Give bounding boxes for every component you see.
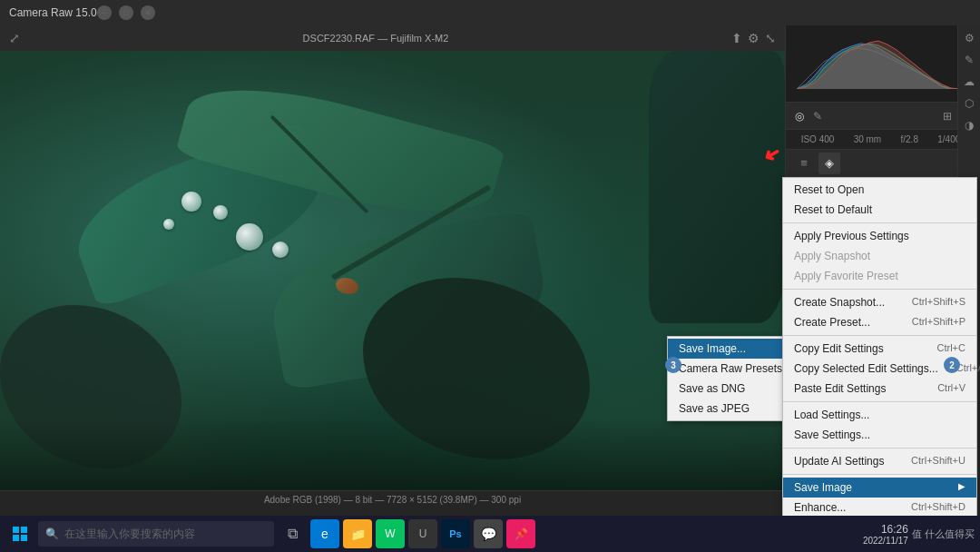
app5-icon[interactable]: U bbox=[408, 519, 437, 548]
taskbar-search[interactable]: 🔍 在这里输入你要搜索的内容 bbox=[38, 521, 274, 547]
cm-save-image-label: Save Image bbox=[794, 481, 852, 494]
cm-sep-4 bbox=[783, 401, 976, 402]
cm-create-snapshot[interactable]: Create Snapshot... Ctrl+Shift+S bbox=[783, 292, 976, 312]
search-icon: 🔍 bbox=[45, 527, 59, 540]
svg-rect-3 bbox=[21, 535, 27, 541]
cm-copy-edit-shortcut: Ctrl+C bbox=[937, 342, 965, 355]
search-placeholder: 在这里输入你要搜索的内容 bbox=[64, 527, 195, 542]
cm-create-preset-label: Create Preset... bbox=[794, 316, 870, 329]
cm-create-snapshot-label: Create Snapshot... bbox=[794, 296, 885, 309]
svg-rect-2 bbox=[13, 535, 19, 541]
cm-paste-edit-label: Paste Edit Settings bbox=[794, 382, 886, 395]
taskbar-right: 16:26 2022/11/17 值 什么值得买 bbox=[863, 523, 975, 546]
annotation-arrow: ➜ bbox=[760, 141, 786, 170]
cm-copy-edit-label: Copy Edit Settings bbox=[794, 342, 884, 355]
cm-enhance[interactable]: Enhance... Ctrl+Shift+D bbox=[783, 498, 976, 518]
cm-reset-open[interactable]: Reset to Open bbox=[783, 180, 976, 200]
task-view-button[interactable]: ⧉ bbox=[278, 519, 307, 548]
cm-paste-edit[interactable]: Paste Edit Settings Ctrl+V bbox=[783, 379, 976, 399]
annotation-num-2: 2 bbox=[944, 357, 960, 373]
app7-icon[interactable]: 💬 bbox=[474, 519, 503, 548]
app8-icon[interactable]: 📌 bbox=[506, 519, 535, 548]
cm-create-preset-shortcut: Ctrl+Shift+P bbox=[912, 316, 965, 329]
explorer-icon[interactable]: 📁 bbox=[343, 519, 372, 548]
cm-load-settings[interactable]: Load Settings... bbox=[783, 405, 976, 425]
cm-paste-edit-shortcut: Ctrl+V bbox=[937, 382, 965, 395]
cm-create-snapshot-shortcut: Ctrl+Shift+S bbox=[912, 296, 965, 309]
cm-sep-5 bbox=[783, 448, 976, 448]
cm-update-ai[interactable]: Update AI Settings Ctrl+Shift+U bbox=[783, 451, 976, 471]
cm-sep-6 bbox=[783, 474, 976, 475]
watermark-text: 值 什么值得买 bbox=[912, 527, 975, 541]
cm-copy-selected-label: Copy Selected Edit Settings... bbox=[794, 362, 938, 375]
cm-sep-1 bbox=[783, 222, 976, 223]
cm-enhance-label: Enhance... bbox=[794, 501, 846, 514]
cm-apply-snapshot: Apply Snapshot bbox=[783, 246, 976, 266]
cm-sep-2 bbox=[783, 289, 976, 290]
cm-reset-default[interactable]: Reset to Default bbox=[783, 200, 976, 220]
taskbar: 🔍 在这里输入你要搜索的内容 ⧉ e 📁 W U Ps 💬 📌 16:26 20… bbox=[0, 516, 980, 552]
context-menu-overlay: Save Image... Camera Raw Presets Save as… bbox=[0, 0, 980, 527]
cm-apply-fav: Apply Favorite Preset bbox=[783, 266, 976, 286]
cm-enhance-shortcut: Ctrl+Shift+D bbox=[911, 501, 965, 514]
svg-rect-1 bbox=[21, 527, 27, 533]
time-display: 16:26 bbox=[863, 523, 908, 536]
start-button[interactable] bbox=[5, 519, 34, 548]
cm-save-settings[interactable]: Save Settings... bbox=[783, 425, 976, 445]
cm-update-ai-shortcut: Ctrl+Shift+U bbox=[911, 455, 965, 468]
svg-rect-0 bbox=[13, 527, 19, 533]
wechat-icon[interactable]: W bbox=[376, 519, 405, 548]
cm-save-image-arrow: ▶ bbox=[958, 481, 965, 494]
cm-save-image-main[interactable]: Save Image ▶ bbox=[783, 478, 976, 498]
annotation-num-3: 3 bbox=[665, 357, 681, 373]
edge-icon[interactable]: e bbox=[310, 519, 339, 548]
cm-create-preset[interactable]: Create Preset... Ctrl+Shift+P bbox=[783, 312, 976, 332]
taskbar-time: 16:26 2022/11/17 bbox=[863, 523, 908, 546]
date-display: 2022/11/17 bbox=[863, 536, 908, 546]
cm-copy-edit[interactable]: Copy Edit Settings Ctrl+C bbox=[783, 339, 976, 359]
cm-apply-prev[interactable]: Apply Previous Settings bbox=[783, 226, 976, 246]
photoshop-icon[interactable]: Ps bbox=[441, 519, 470, 548]
cm-sep-3 bbox=[783, 335, 976, 336]
cm-update-ai-label: Update AI Settings bbox=[794, 455, 884, 468]
